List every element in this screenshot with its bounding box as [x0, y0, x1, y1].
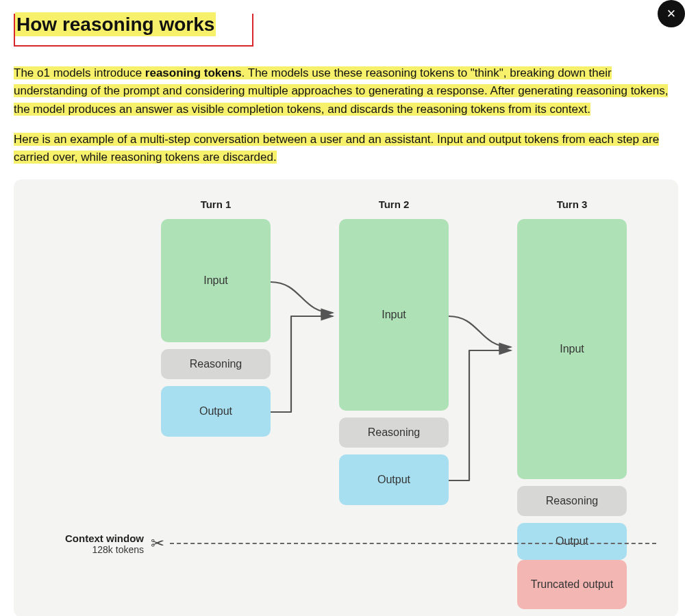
turn-2-output-block: Output — [339, 454, 449, 505]
turn-1-reasoning-block: Reasoning — [161, 349, 271, 379]
turn-1-input-text: Input — [203, 274, 228, 287]
scissors-icon: ✂ — [151, 534, 164, 553]
turn-1-reasoning-text: Reasoning — [190, 358, 242, 370]
turn-3-output-text: Output — [556, 535, 588, 548]
context-window-size: 128k tokens — [55, 544, 144, 555]
turn-2-reasoning-text: Reasoning — [368, 426, 421, 439]
intro-paragraph-2: Here is an example of a multi-step conve… — [14, 131, 685, 167]
turn-1-label: Turn 1 — [161, 198, 271, 210]
turn-1-output-block: Output — [161, 386, 271, 437]
close-icon: × — [667, 5, 676, 23]
close-button[interactable]: × — [658, 0, 685, 27]
page-content: How reasoning works The o1 models introd… — [0, 0, 685, 616]
turn-3-reasoning-text: Reasoning — [546, 495, 599, 507]
turn-2-reasoning-block: Reasoning — [339, 418, 449, 448]
turn-2-input-text: Input — [382, 309, 406, 321]
context-window-title: Context window — [55, 532, 144, 544]
turn-3-input-block: Input — [517, 219, 627, 479]
turn-3-output-block: Output — [517, 523, 627, 560]
turn-2-output-text: Output — [377, 474, 410, 486]
intro-paragraph-1: The o1 models introduce reasoning tokens… — [14, 64, 685, 118]
page-heading: How reasoning works — [15, 12, 216, 36]
turn-1-input-block: Input — [161, 219, 271, 342]
context-window-label: Context window 128k tokens — [55, 532, 144, 555]
turn-1-output-text: Output — [199, 405, 232, 418]
turn-2-label: Turn 2 — [339, 198, 449, 210]
context-window-cutoff-line — [170, 543, 656, 544]
heading-highlight-box: How reasoning works — [14, 14, 253, 47]
turn-2-input-block: Input — [339, 219, 449, 411]
turn-3-label: Turn 3 — [517, 198, 627, 210]
turn-3-truncated-text: Truncated output — [531, 578, 613, 591]
p1-bold: reasoning tokens — [145, 66, 242, 79]
turn-3-truncated-block: Truncated output — [517, 560, 627, 609]
reasoning-diagram: Turn 1 Turn 2 Turn 3 Input Reasoning Out… — [14, 179, 678, 616]
turn-3-reasoning-block: Reasoning — [517, 486, 627, 516]
p1-pre: The o1 models introduce — [14, 66, 145, 79]
p2-text: Here is an example of a multi-step conve… — [14, 133, 659, 164]
turn-3-input-text: Input — [560, 343, 584, 355]
